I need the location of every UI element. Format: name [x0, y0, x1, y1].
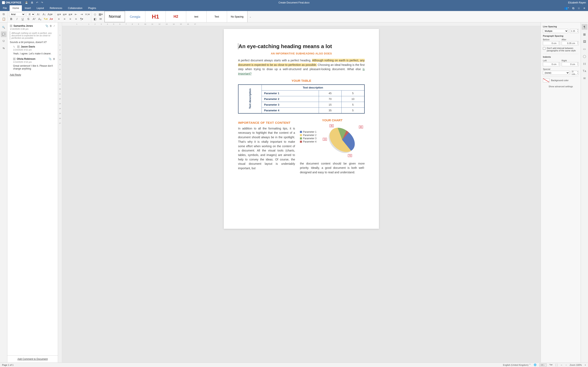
style-heading2[interactable]: H2	[166, 11, 186, 22]
zoom-level[interactable]: Zoom 100%	[570, 364, 582, 366]
vertical-ruler[interactable]: ·1·1234567891011121314151617	[58, 22, 62, 363]
superscript-icon[interactable]: A²	[32, 17, 36, 21]
pie-chart[interactable]: Parameter 1 Parameter 2 Parameter 3 Para…	[300, 124, 365, 160]
zoom-in-icon[interactable]: +	[585, 364, 586, 366]
language-selector[interactable]: English (United Kingdom) ⌃	[503, 364, 531, 366]
comments-scroll[interactable]: Samantha Jones 📎 🗑 ✓ 1/14/2020 3:48 pm A…	[7, 22, 58, 355]
undo-icon[interactable]: ↶	[36, 1, 38, 4]
open-location-icon[interactable]: ⧉	[572, 7, 574, 10]
align-left-icon[interactable]: ≡	[57, 17, 61, 21]
strikethrough-icon[interactable]: S	[26, 17, 30, 21]
highlight-color-icon[interactable]: ✎▾	[43, 17, 48, 21]
share-icon[interactable]: 👥⁺	[564, 7, 569, 10]
align-center-icon[interactable]: ≡	[62, 17, 67, 21]
favorite-icon[interactable]: ☆	[578, 7, 580, 10]
paragraph-settings-icon[interactable]: ¶	[582, 24, 587, 30]
change-case-icon[interactable]: Aa▾	[48, 12, 52, 16]
tab-collaboration[interactable]: Collaboration	[65, 5, 85, 11]
reply-delete-icon[interactable]: 🗑	[53, 58, 55, 60]
redo-icon[interactable]: ↷	[41, 1, 43, 4]
chart-settings-icon[interactable]: ⫿⫿	[582, 61, 587, 67]
bold-icon[interactable]: B	[9, 17, 13, 21]
decrease-indent-icon[interactable]: ⇤	[74, 12, 78, 16]
more-menu-icon[interactable]: ≡	[584, 7, 585, 10]
style-text[interactable]: text	[186, 11, 207, 22]
align-justify-icon[interactable]: ≡	[74, 17, 78, 21]
italic-icon[interactable]: I	[15, 17, 19, 21]
importance-title[interactable]: IMPORTANCE OF TEXT CONTENT	[238, 121, 295, 124]
decrease-font-icon[interactable]: A↓	[42, 12, 46, 16]
tab-insert[interactable]: Insert	[22, 5, 34, 11]
image-settings-icon[interactable]: 🖼	[582, 39, 587, 44]
comments-icon[interactable]: 💬	[1, 31, 7, 37]
insert-shape-icon[interactable]: ◧	[93, 17, 97, 21]
add-comment-link[interactable]: Add Comment to Document	[17, 358, 48, 360]
importance-paragraph-cont[interactable]: the document content should be given mor…	[300, 161, 365, 175]
bullets-icon[interactable]: ≣▾	[57, 12, 61, 16]
editor-scroll[interactable]: 1·1234567891011121314151617 An eye-catch…	[62, 22, 541, 363]
doc-heading[interactable]: An eye-catching heading means a lot	[238, 43, 365, 50]
spacing-before-input[interactable]: 0 cm	[543, 41, 560, 45]
document-page[interactable]: An eye-catching heading means a lot AN I…	[224, 29, 379, 229]
fit-page-icon[interactable]: ⛶	[555, 364, 558, 366]
search-icon[interactable]: 🔍	[1, 25, 7, 30]
font-name-select[interactable]: Arial	[9, 12, 25, 16]
doc-paragraph-1[interactable]: A perfect document always starts with a …	[238, 58, 365, 76]
mailmerge-icon[interactable]: ✉	[99, 17, 103, 21]
table-title[interactable]: YOUR TABLE	[238, 79, 365, 82]
zoom-out-icon[interactable]: −	[566, 364, 567, 366]
numbering-icon[interactable]: ≣▾	[62, 12, 67, 16]
print-icon[interactable]: 🖶	[31, 1, 33, 4]
comment-attach-icon[interactable]: 📎	[45, 25, 48, 27]
align-right-icon[interactable]: ≡	[68, 17, 72, 21]
style-normal[interactable]: Normal	[104, 11, 125, 22]
page-info[interactable]: Page 1 of 1	[2, 364, 13, 366]
indent-left-input[interactable]: 0 cm	[543, 62, 560, 66]
save-icon[interactable]: 💾	[25, 1, 28, 4]
tab-layout[interactable]: Layout	[34, 5, 47, 11]
tab-home[interactable]: Home	[9, 5, 22, 11]
tab-references[interactable]: References	[47, 5, 65, 11]
comment-resolve-icon[interactable]: ✓	[53, 25, 55, 27]
copy-icon[interactable]: ⧉	[2, 12, 6, 16]
feedback-icon[interactable]: ⇆	[1, 45, 7, 51]
paste-icon[interactable]: 📋	[2, 17, 6, 21]
special-value-input[interactable]: 0 cm	[571, 71, 579, 75]
table-settings-icon[interactable]: ▦	[582, 31, 587, 37]
increase-font-icon[interactable]: A↑	[36, 12, 41, 16]
fit-width-icon[interactable]: ↔	[561, 364, 563, 366]
tab-plugins[interactable]: Plugins	[85, 5, 99, 11]
clear-style-icon[interactable]: ◇	[93, 12, 97, 16]
chat-icon[interactable]: 🗨	[1, 38, 7, 44]
style-text2[interactable]: Text	[207, 11, 227, 22]
show-advanced-link[interactable]: Show advanced settings	[543, 85, 579, 88]
font-size-select[interactable]: 20	[27, 12, 35, 16]
style-nospacing[interactable]: No Spacing	[227, 11, 247, 22]
multilevel-icon[interactable]: ≣▾	[68, 12, 72, 16]
subscript-icon[interactable]: A₂	[38, 17, 42, 21]
font-color-icon[interactable]: A▾	[49, 17, 53, 21]
shading-icon[interactable]: ▦▾	[99, 12, 103, 16]
header-footer-icon[interactable]: ▭	[582, 46, 587, 52]
bgcolor-swatch[interactable]	[543, 78, 549, 82]
style-heading1[interactable]: H1	[145, 11, 166, 22]
mailmerge-settings-icon[interactable]: ✉	[582, 75, 587, 81]
data-table[interactable]: Text description Text description Parame…	[238, 84, 365, 114]
no-interval-checkbox[interactable]	[543, 47, 545, 50]
line-spacing-value-input[interactable]: 1.15	[570, 29, 579, 33]
importance-paragraph[interactable]: In addition to all the formatting tips, …	[238, 126, 295, 171]
indent-right-input[interactable]: 0 cm	[562, 62, 579, 66]
line-spacing-mode-select[interactable]: Multiple	[543, 29, 568, 33]
horizontal-ruler[interactable]: 1·1234567891011121314151617	[62, 22, 541, 26]
tab-file[interactable]: File	[0, 5, 9, 11]
line-spacing-icon[interactable]: ≡↕▾	[85, 12, 89, 16]
chart-title[interactable]: YOUR CHART	[300, 118, 365, 122]
add-reply-link[interactable]: Add Reply	[10, 73, 21, 76]
style-georgia[interactable]: Georgia	[125, 11, 145, 22]
shape-settings-icon[interactable]: ◯	[582, 53, 587, 59]
spacing-after-input[interactable]: 0.35 cm	[562, 41, 579, 45]
comment-delete-icon[interactable]: 🗑	[50, 25, 52, 27]
style-gallery-expand[interactable]: ⌄	[247, 11, 253, 22]
spellcheck-icon[interactable]: ABC✓	[539, 364, 546, 366]
underline-icon[interactable]: U	[21, 17, 25, 21]
